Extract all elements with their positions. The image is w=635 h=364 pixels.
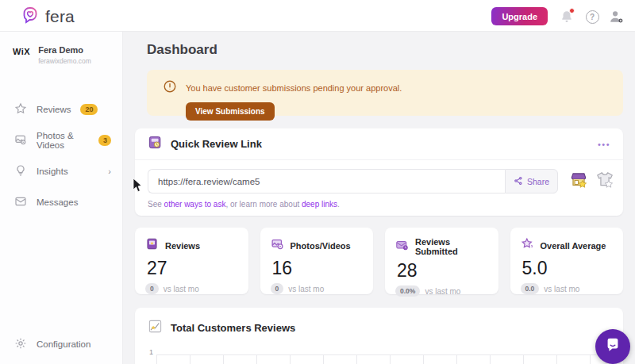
- tshirt-icon[interactable]: [595, 170, 615, 193]
- fera-logo-icon: [21, 6, 40, 28]
- notification-bell-icon[interactable]: [559, 9, 575, 25]
- topbar: fera Upgrade ?: [0, 0, 635, 32]
- stats-row: Reviews 27 0 vs last mo Photos/Videos: [135, 228, 623, 294]
- sidebar-item-label: Configuration: [37, 339, 90, 349]
- sidebar: WiX Fera Demo ferawixdemo.com Reviews 20: [0, 32, 123, 364]
- stat-delta-badge: 0.0%: [395, 285, 420, 297]
- share-icon: [514, 174, 523, 189]
- sidebar-item-label: Messages: [37, 197, 78, 207]
- sidebar-item-configuration[interactable]: Configuration: [0, 328, 122, 359]
- total-customers-reviews-card: Total Customers Reviews 1: [135, 308, 623, 364]
- quick-review-link-icon: [148, 135, 163, 153]
- stat-delta-caption: vs last mo: [164, 285, 199, 293]
- stat-card-reviews-submitted[interactable]: Reviews Submitted 28 0.0% vs last mo: [385, 228, 498, 294]
- quick-review-card: Quick Review Link ••• Share: [135, 128, 623, 216]
- other-ways-link[interactable]: other ways to ask: [164, 200, 226, 209]
- main-content: Dashboard You have customer submissions …: [123, 32, 635, 364]
- sidebar-item-label: Insights: [37, 167, 68, 176]
- reviews-count-badge: 20: [80, 104, 98, 115]
- workspace-name: Fera Demo: [38, 45, 91, 55]
- stat-value: 27: [147, 258, 238, 279]
- stat-card-overall-average[interactable]: Overall Average 5.0 0.0 vs last mo: [510, 228, 624, 294]
- photos-purple-icon: [271, 237, 284, 254]
- stat-card-reviews[interactable]: Reviews 27 0 vs last mo: [135, 228, 248, 294]
- stat-label: Reviews Submitted: [415, 237, 488, 256]
- stat-label: Overall Average: [541, 241, 606, 251]
- sidebar-item-reviews[interactable]: Reviews 20: [0, 94, 122, 125]
- stat-delta-badge: 0: [145, 283, 159, 294]
- banner-message: You have customer submissions pending yo…: [186, 83, 402, 93]
- reviews-book-icon: [145, 237, 159, 254]
- stat-delta-caption: vs last mo: [544, 285, 579, 293]
- view-submissions-button[interactable]: View Submissions: [186, 102, 275, 121]
- envelope-purple-icon: [395, 239, 409, 255]
- sidebar-item-label: Photos & Videos: [37, 131, 89, 150]
- sidebar-item-insights[interactable]: Insights ›: [0, 155, 122, 186]
- stat-label: Photos/Videos: [291, 241, 351, 251]
- review-link-input[interactable]: [148, 169, 505, 193]
- stat-delta-caption: vs last mo: [288, 285, 324, 293]
- stat-value: 16: [272, 258, 364, 279]
- sidebar-item-photos-videos[interactable]: Photos & Videos 3: [0, 125, 122, 155]
- fera-logo[interactable]: fera: [21, 6, 75, 28]
- help-icon[interactable]: ?: [584, 9, 600, 25]
- stat-delta-badge: 0: [271, 283, 284, 294]
- deep-links-link[interactable]: deep links: [302, 200, 337, 209]
- chevron-right-icon: ›: [108, 167, 111, 176]
- storefront-icon[interactable]: [568, 170, 589, 193]
- wix-logo: WiX: [13, 45, 30, 65]
- star-icon: [14, 102, 27, 117]
- notification-dot: [569, 8, 575, 13]
- brand-text: fera: [45, 7, 75, 26]
- account-settings-icon[interactable]: [606, 9, 625, 25]
- pending-approval-banner: You have customer submissions pending yo…: [147, 70, 623, 116]
- stat-delta-badge: 0.0: [521, 283, 540, 294]
- page-title: Dashboard: [147, 42, 217, 58]
- stat-value: 5.0: [522, 258, 614, 279]
- photos-count-badge: 3: [98, 135, 111, 146]
- workspace-domain: ferawixdemo.com: [38, 57, 91, 65]
- card-menu-ellipsis-icon[interactable]: •••: [598, 140, 610, 149]
- stat-label: Reviews: [165, 241, 200, 251]
- chat-bubble-icon: [604, 336, 622, 357]
- chart-title: Total Customers Reviews: [171, 322, 295, 334]
- chart-grid: [156, 354, 623, 364]
- star-purple-icon: [521, 237, 534, 254]
- sidebar-item-messages[interactable]: Messages: [0, 186, 122, 217]
- chat-widget-button[interactable]: [595, 329, 630, 364]
- card-title: Quick Review Link: [171, 138, 262, 150]
- upgrade-button[interactable]: Upgrade: [491, 7, 548, 25]
- photos-icon: [14, 133, 27, 148]
- warning-icon: [163, 79, 177, 97]
- quick-review-caption: See other ways to ask, or learn more abo…: [135, 193, 623, 209]
- stat-delta-caption: vs last mo: [425, 287, 460, 296]
- stat-value: 28: [397, 260, 488, 282]
- share-button[interactable]: Share: [505, 169, 558, 193]
- envelope-icon: [14, 195, 27, 209]
- sidebar-item-label: Reviews: [37, 105, 71, 114]
- stat-card-photos-videos[interactable]: Photos/Videos 16 0 vs last mo: [260, 228, 374, 294]
- y-axis-tick: 1: [149, 348, 153, 356]
- lightbulb-icon: [14, 164, 27, 178]
- line-chart-icon: [148, 319, 163, 337]
- workspace-switcher[interactable]: WiX Fera Demo ferawixdemo.com: [0, 32, 122, 73]
- gear-icon: [14, 337, 27, 351]
